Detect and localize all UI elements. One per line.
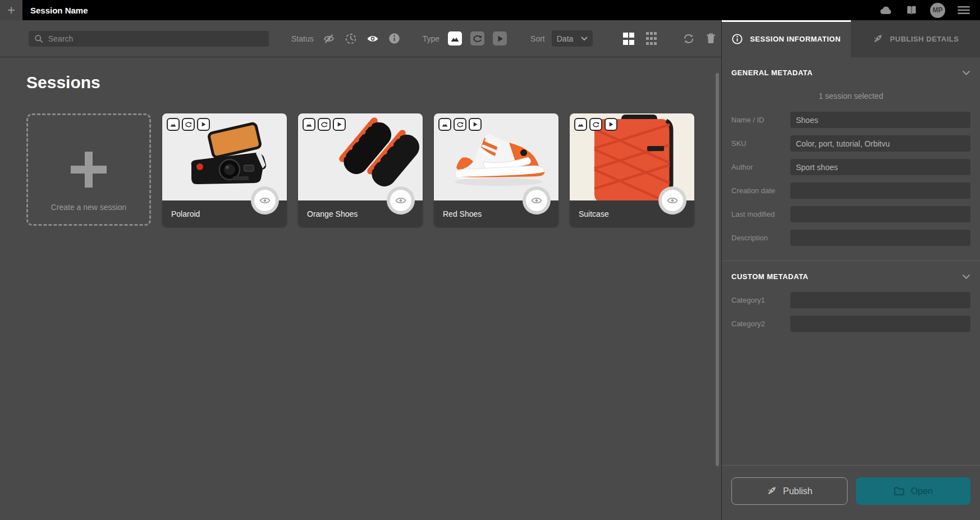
new-tab-button[interactable]: + [0,0,22,20]
app-layout: Status Type [0,20,980,520]
video-play-icon[interactable] [605,118,617,131]
publish-button[interactable]: Publish [731,477,848,505]
field-row-last-modified: Last modified [731,206,970,222]
info-filled-icon[interactable] [388,32,401,45]
rotation-360-icon[interactable] [318,118,331,131]
video-play-icon[interactable] [469,118,482,131]
sessions-grid: Create a new session [26,113,721,227]
library-book-icon[interactable] [905,5,918,15]
rotation-360-icon[interactable] [589,118,602,131]
grid-large-icon[interactable] [622,32,635,45]
open-label: Open [911,486,933,496]
sort-select[interactable]: Data [552,30,593,47]
creation-date-input[interactable] [790,183,970,199]
selection-note: 1 session selected [731,92,970,101]
panel-tabs: SESSION INFORMATION PUBLISH DETAILS [722,20,980,57]
user-avatar[interactable]: MP [930,3,945,18]
status-label: Status [291,34,314,43]
field-row-category1: Category1 [731,292,970,308]
still-image-icon[interactable] [167,118,180,131]
session-information-body: GENERAL METADATA 1 session selected Name… [722,57,980,520]
field-label: SKU [731,139,790,148]
section-title: GENERAL METADATA [731,69,813,77]
field-label: Last modified [731,210,790,218]
rocket-icon [872,34,883,44]
session-type-badges [438,118,482,131]
rotation-360-icon[interactable] [454,118,466,131]
sessions-content: Sessions Create a new session [0,57,721,520]
main-area: Status Type [0,20,722,520]
search-input[interactable] [48,34,263,43]
search-box[interactable] [29,31,269,47]
tab-label: SESSION INFORMATION [750,35,841,43]
type-label: Type [423,34,439,43]
publish-label: Publish [783,486,812,496]
info-circle-icon [732,34,743,44]
session-type-badges [303,118,346,131]
session-type-badges [167,118,210,131]
category2-input[interactable] [790,316,970,332]
cloud-sync-icon[interactable] [880,5,893,15]
preview-eye-badge[interactable] [251,186,279,215]
still-image-icon[interactable] [438,118,451,131]
field-row-description: Description [731,230,970,246]
still-image-icon[interactable] [574,118,587,131]
vertical-scrollbar[interactable] [716,73,719,466]
preview-eye-badge[interactable] [387,186,415,215]
session-title: Polaroid [171,209,200,218]
plus-icon [71,152,107,188]
type-rotation-360-toggle[interactable] [470,31,484,45]
details-panel: SESSION INFORMATION PUBLISH DETAILS GENE… [722,20,980,520]
sort-value: Data [557,34,574,43]
preview-eye-badge[interactable] [658,186,686,215]
type-filter-group: Type [423,31,507,45]
type-video-play-toggle[interactable] [493,31,507,45]
open-button[interactable]: Open [856,477,971,505]
session-card-orange-shoes[interactable]: Orange Shoes [298,113,423,227]
sku-input[interactable] [790,135,970,152]
description-input[interactable] [790,230,970,246]
field-label: Category2 [731,320,790,328]
preview-eye-badge[interactable] [523,186,551,215]
rotation-360-icon[interactable] [182,118,195,131]
hamburger-menu-icon[interactable] [958,6,970,15]
status-filter-group: Status [291,32,401,45]
section-title: CUSTOM METADATA [731,272,808,281]
session-card-polaroid[interactable]: Polaroid [162,113,287,227]
refresh-sync-icon[interactable] [682,32,695,45]
type-still-image-toggle[interactable] [448,31,462,45]
session-card-red-shoes[interactable]: Red Shoes [434,113,558,227]
chevron-down-icon [581,37,588,41]
name-id-input[interactable] [790,112,970,128]
session-title: Red Shoes [443,209,482,218]
chevron-down-icon[interactable] [962,274,970,280]
view-toggle-group [622,32,658,45]
author-input[interactable] [790,159,970,175]
still-image-icon[interactable] [303,118,315,131]
chevron-down-icon[interactable] [962,70,970,76]
eye-preview-icon [254,190,276,211]
video-play-icon[interactable] [197,118,210,131]
custom-metadata-header: CUSTOM METADATA [731,272,970,281]
grid-small-icon[interactable] [645,32,658,45]
video-play-icon[interactable] [333,118,346,131]
field-row-category2: Category2 [731,316,970,332]
tab-publish-details[interactable]: PUBLISH DETAILS [851,20,980,57]
trash-icon[interactable] [704,32,718,45]
tab-session-information[interactable]: SESSION INFORMATION [722,20,851,57]
field-row-sku: SKU [731,135,970,152]
eye-off-icon[interactable] [322,32,336,45]
sort-group: Sort Data [530,30,593,47]
category1-input[interactable] [790,292,970,308]
create-session-card[interactable]: Create a new session [26,113,151,226]
last-modified-input[interactable] [790,206,970,222]
session-card-suitcase[interactable]: Suitcase [570,113,694,227]
eye-preview-icon [662,190,683,211]
eye-visible-icon[interactable] [366,32,379,45]
plus-icon: + [7,2,15,18]
history-clock-icon[interactable] [344,32,358,45]
panel-actions: Publish Open [722,465,980,520]
field-row-creation-date: Creation date [731,183,970,199]
field-row-name-id: Name / ID [731,112,970,128]
field-label: Name / ID [731,116,790,124]
